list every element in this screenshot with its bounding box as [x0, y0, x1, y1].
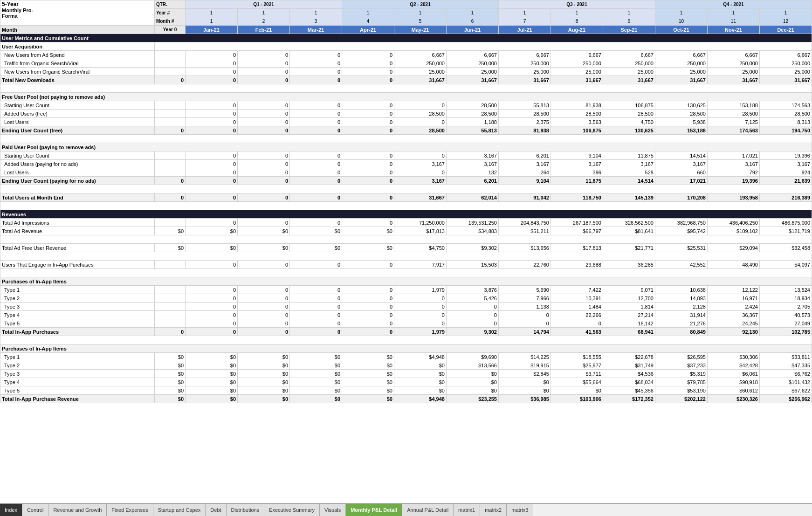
total-new-downloads-row: Total New Downloads 0 0 0 0 0 31,667 31,…	[0, 76, 812, 84]
month-num-4: 4	[342, 17, 394, 26]
year-num-5: 1	[394, 9, 447, 17]
new-users-ad-spend-jul: 6,667	[498, 51, 551, 59]
type5-rev-row: Type 5 $0 $0 $0 $0 $0 $0 $0 $0 $0 $45,35…	[0, 386, 812, 395]
mar21-header: Mar-21	[290, 26, 342, 34]
main-table: 5-Year Monthly Pro- Forma QTR. Q1 - 2021…	[0, 0, 812, 403]
total-in-app-revenue-row: Total In-App Purchase Revenue $0 $0 $0 $…	[0, 395, 812, 403]
month-num-9: 9	[603, 17, 655, 26]
q4-header: Q4 - 2021	[655, 0, 812, 9]
month-num-2: 2	[238, 17, 290, 26]
new-users-ad-spend-apr: 0	[342, 51, 394, 59]
new-users-ad-spend-oct: 6,667	[655, 51, 707, 59]
tab-monthly-pl-detail[interactable]: Monthly P&L Detail	[346, 504, 402, 516]
tab-visuals[interactable]: Visuals	[320, 504, 346, 516]
tab-startup-capex[interactable]: Startup and Capex	[153, 504, 206, 516]
tab-matrix3[interactable]: matrix3	[507, 504, 533, 516]
oct21-header: Oct-21	[655, 26, 707, 34]
paid-starting-user-row: Starting User Count 0 0 0 0 0 3,167 6,20…	[0, 151, 812, 160]
new-users-ad-spend-jun: 6,667	[446, 51, 498, 59]
user-acquisition-label: User Acquisition	[0, 42, 155, 51]
new-users-ad-spend-label: New Users from Ad Spend	[0, 51, 155, 59]
aug21-header: Aug-21	[551, 26, 603, 34]
in-app-engage-row: Users That Engage in In-App Purchases 0 …	[0, 261, 812, 269]
new-users-organic-row: New Users from Organic Search/Viral 0 0 …	[0, 68, 812, 76]
new-users-ad-spend-aug: 6,667	[551, 51, 603, 59]
new-users-ad-spend-jan: 0	[186, 51, 238, 59]
spacer-6	[0, 252, 812, 261]
tab-revenue-growth[interactable]: Revenue and Growth	[48, 504, 107, 516]
new-users-ad-spend-mar: 0	[290, 51, 342, 59]
total-in-app-purchases-row: Total In-App Purchases 0 0 0 0 0 1,979 9…	[0, 328, 812, 336]
year-num-10: 1	[655, 9, 707, 17]
total-ad-revenue-row: Total Ad Revenue $0 $0 $0 $0 $0 $17,813 …	[0, 227, 812, 235]
year-hash-label: Year #	[154, 9, 185, 17]
jan21-header: Jan-21	[186, 26, 238, 34]
dec21-header: Dec-21	[759, 26, 812, 34]
traffic-organic-row: Traffic from Organic Search/Viral 0 0 0 …	[0, 59, 812, 68]
tab-distributions[interactable]: Distributions	[227, 504, 265, 516]
total-ad-free-revenue-row: Total Ad Free User Revenue $0 $0 $0 $0 $…	[0, 244, 812, 252]
spacer-8	[0, 336, 812, 344]
new-users-ad-spend-sep: 6,667	[603, 51, 655, 59]
year-num-6: 1	[446, 9, 498, 17]
tab-debt[interactable]: Debt	[206, 504, 226, 516]
paid-user-pool-header: Paid User Pool (paying to remove ads)	[0, 143, 812, 151]
new-users-ad-spend-feb: 0	[238, 51, 290, 59]
spacer-3	[0, 185, 812, 193]
q3-header: Q3 - 2021	[498, 0, 655, 9]
free-ending-user-row: Ending User Count (free) 0 0 0 0 0 28,50…	[0, 126, 812, 135]
free-added-users-row: Added Users (free) 0 0 0 0 28,500 28,500…	[0, 110, 812, 118]
spacer-1	[0, 84, 812, 93]
free-lost-users-row: Lost Users 0 0 0 0 0 1,188 2,375 3,563 4…	[0, 118, 812, 126]
spreadsheet-container[interactable]: 5-Year Monthly Pro- Forma QTR. Q1 - 2021…	[0, 0, 812, 497]
month-label-row: Month Year 0 Jan-21 Feb-21 Mar-21 Apr-21…	[0, 26, 812, 34]
year-num-3: 1	[290, 9, 342, 17]
new-users-ad-spend-y0	[154, 51, 185, 59]
paid-lost-users-row: Lost Users 0 0 0 0 0 132 264 396 528 660…	[0, 168, 812, 177]
spacer-5	[0, 235, 812, 244]
header-row-qtr: 5-Year Monthly Pro- Forma QTR. Q1 - 2021…	[0, 0, 812, 9]
month-num-5: 5	[394, 17, 447, 26]
plan-label: 5-Year Monthly Pro- Forma	[0, 0, 155, 26]
apr21-header: Apr-21	[342, 26, 394, 34]
paid-added-users-row: Added Users (paying for no ads) 0 0 0 0 …	[0, 160, 812, 168]
spacer-4	[0, 202, 812, 210]
qtr-label: QTR.	[154, 0, 185, 9]
type3-rev-row: Type 3 $0 $0 $0 $0 $0 $0 $0 $2,845 $3,71…	[0, 370, 812, 378]
in-app-items-revenue-header: Purchases of In-App Items	[0, 344, 812, 353]
year-num-4: 1	[342, 9, 394, 17]
jul21-header: Jul-21	[498, 26, 551, 34]
in-app-engage-label: Users That Engage in In-App Purchases	[0, 261, 155, 269]
tab-bar: Index Control Revenue and Growth Fixed E…	[0, 503, 812, 516]
traffic-organic-label: Traffic from Organic Search/Viral	[0, 59, 155, 68]
tab-annual-pl-detail[interactable]: Annual P&L Detail	[402, 504, 454, 516]
free-user-pool-header-row: Free User Pool (not paying to remove ads…	[0, 93, 812, 101]
type1-count-row: Type 1 0 0 0 0 1,979 3,876 5,690 7,422 9…	[0, 286, 812, 294]
total-new-downloads-label: Total New Downloads	[0, 76, 155, 84]
year0-col-header: Year 0	[154, 26, 185, 34]
tab-matrix2[interactable]: matrix2	[480, 504, 507, 516]
year-num-7: 1	[498, 9, 551, 17]
total-users-row: Total Users at Month End 0 0 0 0 0 31,66…	[0, 193, 812, 202]
tab-index[interactable]: Index	[0, 504, 22, 516]
month-hash-label: Month #	[154, 17, 185, 26]
total-ad-revenue-label: Total Ad Revenue	[0, 227, 155, 235]
new-users-organic-label: New Users from Organic Search/Viral	[0, 68, 155, 76]
feb21-header: Feb-21	[238, 26, 290, 34]
tab-control[interactable]: Control	[22, 504, 48, 516]
spacer-7	[0, 269, 812, 277]
tab-matrix1[interactable]: matrix1	[454, 504, 480, 516]
user-metrics-header: User Metrics and Cumulative Count	[0, 34, 812, 42]
month-num-10: 10	[655, 17, 707, 26]
type3-count-row: Type 3 0 0 0 0 0 0 1,138 1,484 1,814 2,1…	[0, 303, 812, 311]
free-starting-user-row: Starting User Count 0 0 0 0 0 28,500 55,…	[0, 101, 812, 110]
month-num-6: 6	[446, 17, 498, 26]
total-ad-impressions-label: Total Ad Impressions	[0, 219, 155, 227]
user-acquisition-row: User Acquisition	[0, 42, 812, 51]
tab-executive-summary[interactable]: Executive Summary	[264, 504, 320, 516]
year-num-12: 1	[759, 9, 812, 17]
type2-rev-row: Type 2 $0 $0 $0 $0 $0 $0 $13,566 $19,915…	[0, 361, 812, 370]
tab-fixed-expenses[interactable]: Fixed Expenses	[107, 504, 153, 516]
month-num-7: 7	[498, 17, 551, 26]
type4-count-row: Type 4 0 0 0 0 0 0 0 22,266 27,214 31,91…	[0, 311, 812, 319]
